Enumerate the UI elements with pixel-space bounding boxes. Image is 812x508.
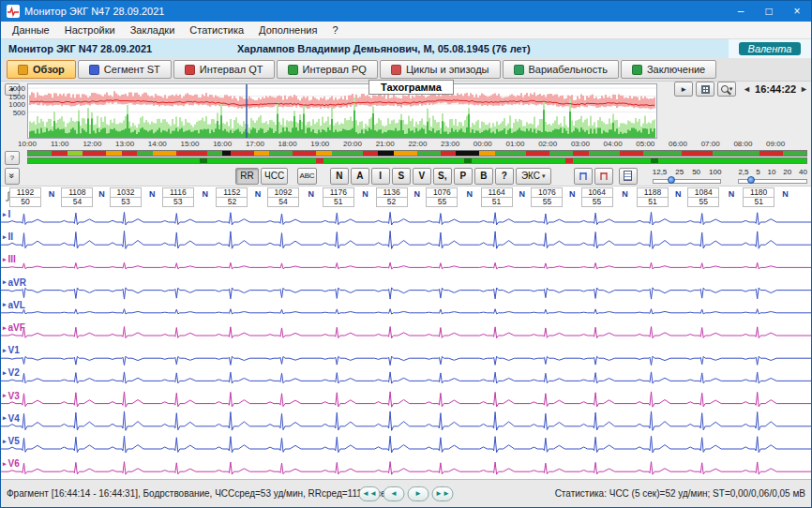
lead-label-aVR: ▸aVR [3, 277, 26, 288]
strip-segment [620, 151, 643, 156]
minimize-button[interactable]: – [727, 1, 755, 22]
strip-segment [378, 151, 394, 156]
close-button[interactable]: × [783, 1, 811, 22]
beat-type-label: N [569, 189, 576, 199]
zoom-tool-button[interactable]: ▾ [717, 82, 736, 97]
collapse-toolbar-button[interactable]: » [5, 168, 20, 185]
tab-icon-5 [391, 65, 401, 75]
menu-item-6[interactable]: ? [324, 24, 345, 36]
lead-trace-V4 [1, 411, 811, 430]
tab-label: Заключение [647, 64, 705, 75]
fast-backward-button[interactable]: ◄◄ [359, 486, 381, 501]
menu-item-3[interactable]: Закладки [123, 24, 183, 36]
lead-label-V5: ▸V5 [3, 436, 20, 446]
speed-track[interactable] [653, 176, 722, 185]
menu-item-2[interactable]: Настройки [57, 24, 123, 36]
step-backward-button[interactable]: ◄ [383, 486, 405, 501]
cursor-tool-button[interactable]: ► [674, 82, 693, 97]
brand-badge[interactable]: Валента [739, 42, 802, 55]
beat-type-button-5[interactable]: V [413, 168, 431, 185]
time-axis-tick-12: 21:00 [371, 140, 399, 148]
pacer-button[interactable]: ЭКС ▾ [516, 168, 551, 185]
time-axis-tick-22: 07:00 [697, 140, 725, 148]
gain-tick-1: 2,5 [738, 168, 748, 176]
caliper-button[interactable] [574, 168, 593, 185]
ecg-panel[interactable]: ▸I▸II▸III▸aVR▸aVL▸aVF▸V1▸V2▸V3▸V4▸V5▸V6 [1, 207, 811, 479]
tacho-time-axis: 10:0011:0012:0013:0014:0015:0016:0017:00… [1, 139, 811, 149]
beat-type-button-1[interactable]: N [330, 168, 349, 185]
menu-item-5[interactable]: Дополнения [251, 24, 324, 36]
strip-segment [52, 151, 68, 156]
tab-6[interactable]: Вариабельность [503, 60, 619, 79]
beat-annotation: 116451 [481, 187, 513, 207]
time-axis-tick-2: 11:00 [46, 140, 74, 148]
tab-label: Сегмент ST [104, 64, 160, 75]
strip-segment [231, 151, 254, 156]
speed-tick-1: 12,5 [653, 168, 668, 176]
gain-ticks: 2,55102040 [738, 168, 807, 176]
lead-marker-icon: ▸ [3, 460, 7, 468]
menu-item-4[interactable]: Статистика [182, 24, 251, 36]
tab-4[interactable]: Интервал PQ [277, 60, 378, 79]
time-forward-button[interactable]: ► [800, 84, 808, 94]
rhythm-strip[interactable] [27, 157, 807, 164]
strip-segment [573, 151, 589, 156]
report-button[interactable] [619, 168, 638, 185]
lead-marker-icon: ▸ [3, 211, 7, 218]
tab-icon-3 [185, 65, 195, 75]
strip-segment [783, 151, 806, 156]
gain-tick-3: 10 [768, 168, 776, 176]
beat-type-button-9[interactable]: ? [495, 168, 514, 185]
beat-type-button-2[interactable]: A [351, 168, 369, 185]
time-back-button[interactable]: ◄ [743, 84, 751, 94]
beat-type-button-4[interactable]: S [392, 168, 411, 185]
beat-hr-value: 55 [531, 198, 563, 207]
strip-segment [759, 151, 783, 156]
play-button[interactable]: ► [408, 486, 429, 501]
strip-segment [254, 151, 270, 156]
speed-thumb[interactable] [668, 176, 675, 184]
lead-trace-I [1, 212, 811, 225]
help-button[interactable]: ? [5, 151, 20, 165]
beat-type-button-6[interactable]: S, [433, 168, 452, 185]
tab-1[interactable]: Обзор [7, 60, 76, 79]
beat-type-button-8[interactable]: B [474, 168, 493, 185]
lead-label-III: ▸III [3, 254, 16, 264]
gain-thumb[interactable] [747, 176, 755, 184]
speed-tick-3: 50 [692, 168, 700, 176]
abc-button[interactable]: АВС [297, 168, 316, 185]
strip-segment [658, 158, 806, 163]
tab-7[interactable]: Заключение [621, 60, 716, 79]
rr-mode-button[interactable]: RR [235, 168, 259, 185]
gain-track[interactable] [738, 176, 807, 185]
strip-segment [222, 151, 230, 156]
lead-marker-icon: ▸ [3, 256, 7, 263]
strip-segment [472, 158, 565, 163]
strip-segment [495, 151, 526, 156]
maximize-button[interactable]: □ [755, 1, 783, 22]
beat-type-button-7[interactable]: P [454, 168, 473, 185]
grid-tool-button[interactable] [696, 82, 714, 97]
window-title: Монитор ЭКГ N47 28.09.2021 [24, 6, 164, 17]
beat-annotations: 119250N110854N103253N111653N115252N10925… [1, 186, 811, 207]
fast-forward-button[interactable]: ►► [432, 486, 454, 501]
tachogram-title: Тахограмма [368, 80, 454, 95]
tab-5[interactable]: Циклы и эпизоды [380, 60, 501, 79]
tab-2[interactable]: Сегмент ST [78, 60, 172, 79]
beat-annotation: 115252 [216, 187, 248, 207]
tachogram-chart[interactable] [27, 83, 657, 139]
menu-item-1[interactable]: Данные [5, 24, 57, 36]
tab-3[interactable]: Интервал QT [173, 60, 275, 79]
strip-segment [68, 151, 83, 156]
beat-annotation: 107655 [426, 187, 458, 207]
beat-type-button-3[interactable]: I [371, 168, 390, 185]
hr-mode-button[interactable]: ЧСС [261, 168, 288, 185]
events-strip[interactable] [27, 150, 807, 157]
lead-marker-icon: ▸ [3, 278, 7, 286]
beat-type-label: N [519, 189, 526, 199]
cursor-time-value: 16:44:22 [755, 83, 796, 95]
strip-segment [122, 151, 138, 156]
lead-marker-icon: ▸ [3, 414, 7, 422]
lead-label-V3: ▸V3 [3, 391, 20, 401]
caliper-delete-button[interactable] [594, 168, 613, 185]
